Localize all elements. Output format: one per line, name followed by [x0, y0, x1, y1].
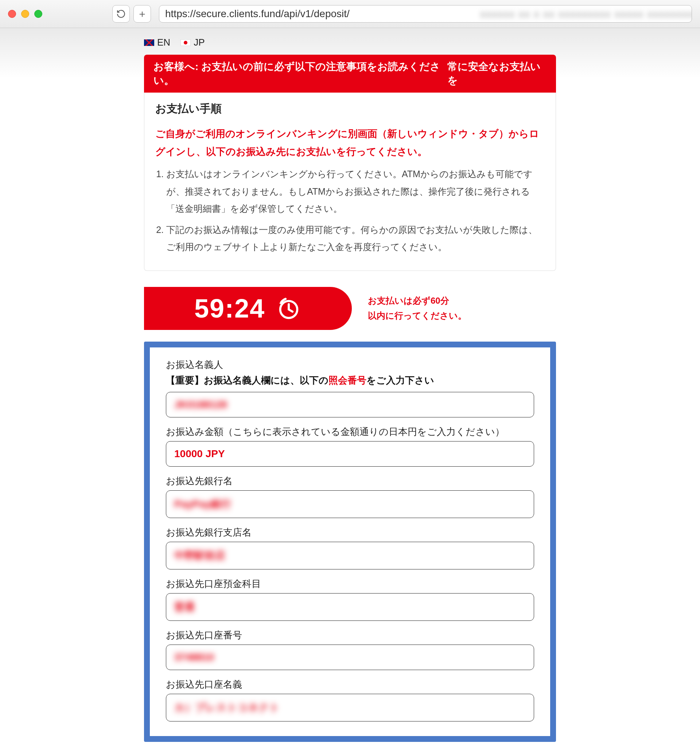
field-label: お振込先銀行支店名: [166, 526, 534, 539]
new-tab-button[interactable]: ＋: [133, 5, 151, 23]
field-value: 普通: [174, 600, 195, 614]
lang-jp[interactable]: JP: [181, 37, 204, 48]
field-value: PayPay銀行: [174, 497, 231, 511]
close-window-icon[interactable]: [8, 10, 16, 18]
field-account-holder: お振込先口座名義 カ）プレストコネクト: [166, 678, 534, 722]
jp-flag-icon: [181, 39, 191, 46]
procedure-item: お支払いはオンラインバンキングから行ってください。ATMからのお振込みも可能です…: [166, 165, 545, 218]
window-controls: [8, 10, 42, 18]
field-value: 10000 JPY: [174, 448, 225, 460]
field-label: お振込先口座番号: [166, 629, 534, 641]
field-account-type: お振込先口座預金科目 普通: [166, 578, 534, 621]
field-account-number: お振込先口座番号 3748810: [166, 629, 534, 670]
field-value: 3748810: [174, 652, 214, 663]
procedure-item: 下記のお振込み情報は一度のみ使用可能です。何らかの原因でお支払いが失敗した際は、…: [166, 221, 545, 256]
field-value-box[interactable]: カ）プレストコネクト: [166, 694, 534, 722]
timer-value: 59:24: [194, 294, 265, 323]
field-sublabel: 【重要】お振込名義人欄には、以下の照会番号をご入力下さい: [166, 374, 534, 387]
field-label: お振込先口座預金科目: [166, 578, 534, 590]
field-value-box[interactable]: 普通: [166, 593, 534, 621]
warning-banner: お客様へ: お支払いの前に必ず以下の注意事項をお読みください。 常に安全なお支払…: [144, 55, 556, 93]
lang-en-label: EN: [157, 37, 170, 48]
lang-jp-label: JP: [193, 37, 204, 48]
field-value: JK0188128: [174, 399, 227, 411]
timer-note-line2: 以内に行ってください。: [368, 308, 467, 323]
banner-text-left: お客様へ: お支払いの前に必ず以下の注意事項をお読みください。: [153, 60, 447, 88]
transfer-info-frame: お振込名義人 【重要】お振込名義人欄には、以下の照会番号をご入力下さい JK01…: [144, 342, 556, 742]
field-label: お振込先銀行名: [166, 474, 534, 487]
field-bank-name: お振込先銀行名 PayPay銀行: [166, 474, 534, 518]
timer-note-line1: お支払いは必ず60分: [368, 294, 467, 308]
procedure-list: お支払いはオンラインバンキングから行ってください。ATMからのお振込みも可能です…: [155, 165, 545, 256]
field-value: 中野駅前店: [174, 549, 225, 562]
field-value-box[interactable]: JK0188128: [166, 392, 534, 417]
timer-note: お支払いは必ず60分 以内に行ってください。: [368, 294, 467, 323]
url-text: https://secure.clients.fund/api/v1/depos…: [165, 8, 350, 20]
reload-button[interactable]: [112, 5, 130, 23]
field-value-box[interactable]: 3748810: [166, 644, 534, 670]
url-obscured-tail: xxxxxx xx x xx xxxxxxxxx xxxxx xxxxxxxxx…: [480, 8, 688, 19]
field-sender-name: お振込名義人 【重要】お振込名義人欄には、以下の照会番号をご入力下さい JK01…: [166, 359, 534, 417]
banner-text-right: 常に安全なお支払いを: [447, 60, 547, 88]
uk-flag-icon: [144, 39, 154, 46]
field-label: お振込名義人: [166, 359, 534, 371]
timer-pill: 59:24: [144, 287, 352, 330]
field-label: お振込み金額（こちらに表示されている金額通りの日本円をご入力ください）: [166, 425, 534, 438]
procedure-box: お支払い手順 ご自身がご利用のオンラインバンキングに別画面（新しいウィンドウ・タ…: [144, 93, 556, 271]
field-branch-name: お振込先銀行支店名 中野駅前店: [166, 526, 534, 569]
field-amount: お振込み金額（こちらに表示されている金額通りの日本円をご入力ください） 1000…: [166, 425, 534, 467]
field-label: お振込先口座名義: [166, 678, 534, 691]
address-bar[interactable]: https://secure.clients.fund/api/v1/depos…: [159, 5, 692, 23]
field-value-box[interactable]: 10000 JPY: [166, 441, 534, 467]
field-value: カ）プレストコネクト: [174, 701, 280, 714]
field-value-box[interactable]: 中野駅前店: [166, 542, 534, 569]
clock-icon: [276, 296, 301, 321]
field-value-box[interactable]: PayPay銀行: [166, 490, 534, 518]
browser-nav-buttons: ＋: [112, 5, 151, 23]
lang-en[interactable]: EN: [144, 37, 170, 48]
language-switcher: EN JP: [144, 37, 556, 48]
procedure-highlight: ご自身がご利用のオンラインバンキングに別画面（新しいウィンドウ・タブ）からログイ…: [155, 125, 545, 161]
procedure-title: お支払い手順: [155, 101, 545, 116]
minimize-window-icon[interactable]: [21, 10, 29, 18]
browser-chrome: ＋ https://secure.clients.fund/api/v1/dep…: [0, 0, 700, 28]
timer-row: 59:24 お支払いは必ず60分 以内に行ってください。: [144, 287, 556, 330]
maximize-window-icon[interactable]: [34, 10, 42, 18]
